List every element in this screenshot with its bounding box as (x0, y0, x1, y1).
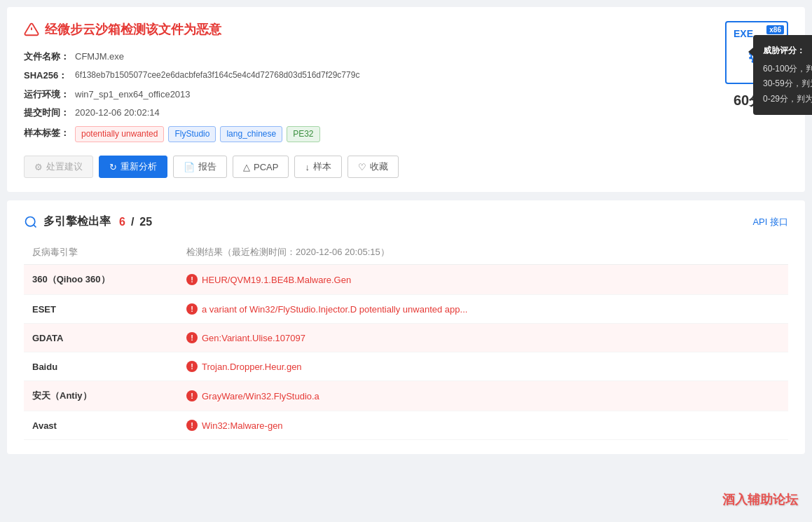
detect-error-icon: ! (186, 303, 198, 315)
engine-table-body: 360（Qihoo 360）!HEUR/QVM19.1.BE4B.Malware… (24, 265, 788, 440)
time-label: 提交时间： (24, 104, 75, 123)
pcap-label: PCAP (254, 162, 278, 172)
header-card: 经微步云沙箱检测该文件为恶意 文件名称： CFMJM.exe SHA256： 6… (7, 7, 805, 192)
engine-table: 反病毒引擎 检测结果（最近检测时间：2020-12-06 20:05:15） 3… (24, 240, 788, 440)
engine-name: ESET (24, 295, 178, 324)
col-engine: 反病毒引擎 (24, 240, 178, 265)
malicious-title: 经微步云沙箱检测该文件为恶意 (24, 21, 725, 38)
detect-result-cell: !HEUR/QVM19.1.BE4B.Malware.Gen (178, 265, 788, 295)
engine-name: GDATA (24, 324, 178, 352)
detect-text: Trojan.Dropper.Heur.gen (202, 362, 302, 372)
exe-label: EXE (734, 28, 753, 39)
detect-result-cell: !Gen:Variant.Ulise.107097 (178, 324, 788, 352)
detect-text: Gen:Variant.Ulise.107097 (202, 333, 305, 343)
multi-engine-icon (24, 215, 38, 229)
sample-icon: ↓ (305, 162, 310, 172)
engine-score-total: 25 (139, 216, 152, 228)
tag-potentially-unwanted[interactable]: potentially unwanted (75, 126, 164, 142)
env-value: win7_sp1_enx64_office2013 (75, 85, 365, 104)
col-result: 检测结果（最近检测时间：2020-12-06 20:05:15） (178, 240, 788, 265)
env-label: 运行环境： (24, 85, 75, 104)
sha-label: SHA256： (24, 67, 75, 85)
reanalyze-icon: ↻ (109, 162, 117, 172)
multi-engine-card: 多引擎检出率 6 / 25 API 接口 反病毒引擎 检测结果（最近检测时间：2… (7, 200, 805, 454)
detect-error-icon: ! (186, 420, 198, 431)
tag-lang-chinese[interactable]: lang_chinese (220, 126, 282, 142)
section-title: 多引擎检出率 6 / 25 (24, 214, 152, 229)
detect-error-icon: ! (186, 390, 198, 401)
api-link[interactable]: API 接口 (752, 216, 788, 228)
report-label: 报告 (198, 160, 216, 173)
tags-row: potentially unwanted FlyStudio lang_chin… (75, 126, 359, 142)
tag-pe32[interactable]: PE32 (287, 126, 319, 142)
table-row: 360（Qihoo 360）!HEUR/QVM19.1.BE4B.Malware… (24, 265, 788, 295)
tooltip-title: 威胁评分： (763, 43, 812, 59)
detect-result: !Win32:Malware-gen (186, 420, 780, 431)
detect-text: a variant of Win32/FlyStudio.Injector.D … (202, 304, 467, 315)
collect-label: 收藏 (370, 160, 388, 173)
detect-error-icon: ! (186, 332, 198, 343)
btn-sample[interactable]: ↓ 样本 (294, 156, 342, 178)
engine-table-head: 反病毒引擎 检测结果（最近检测时间：2020-12-06 20:05:15） (24, 240, 788, 265)
tooltip-line-1: 60-100分，判为恶意 (763, 62, 812, 77)
table-row: Avast!Win32:Malware-gen (24, 411, 788, 440)
reanalyze-label: 重新分析 (121, 160, 157, 173)
svg-line-3 (34, 225, 36, 228)
warning-icon (24, 22, 39, 37)
table-row: 安天（Antiy）!GrayWare/Win32.FlyStudio.a (24, 381, 788, 411)
btn-collect[interactable]: ♡ 收藏 (347, 156, 399, 178)
tag-label: 样本标签： (24, 123, 75, 144)
detect-result-cell: !Win32:Malware-gen (178, 411, 788, 440)
svg-point-2 (26, 217, 35, 226)
sha-value: 6f138eb7b1505077cee2e6dacbfefa3f164c5e4c… (75, 67, 365, 85)
table-row: ESET!a variant of Win32/FlyStudio.Inject… (24, 295, 788, 324)
detect-result: !Trojan.Dropper.Heur.gen (186, 361, 780, 372)
engine-name: 360（Qihoo 360） (24, 265, 178, 295)
time-value: 2020-12-06 20:02:14 (75, 104, 365, 123)
table-row: Baidu!Trojan.Dropper.Heur.gen (24, 352, 788, 381)
detect-result: !HEUR/QVM19.1.BE4B.Malware.Gen (186, 274, 780, 285)
score-tooltip: 威胁评分： 60-100分，判为恶意 30-59分，判为可疑 0-29分，判为正… (753, 35, 812, 115)
process-icon: ⚙ (34, 162, 43, 172)
detect-text: Win32:Malware-gen (202, 420, 283, 431)
table-row: GDATA!Gen:Variant.Ulise.107097 (24, 324, 788, 352)
detect-text: GrayWare/Win32.FlyStudio.a (202, 391, 319, 401)
detect-result: !Gen:Variant.Ulise.107097 (186, 332, 780, 343)
tags-cell: potentially unwanted FlyStudio lang_chin… (75, 123, 365, 144)
engine-score-sep: / (131, 216, 134, 228)
sample-label: 样本 (313, 160, 331, 173)
engine-name: Avast (24, 411, 178, 440)
engine-name: Baidu (24, 352, 178, 381)
engine-score-current: 6 (119, 216, 125, 228)
tag-flystudio[interactable]: FlyStudio (168, 126, 216, 142)
pcap-icon: △ (243, 162, 250, 172)
btn-reanalyze[interactable]: ↻ 重新分析 (99, 156, 167, 178)
tooltip-line-2: 30-59分，判为可疑 (763, 76, 812, 92)
section-header: 多引擎检出率 6 / 25 API 接口 (24, 214, 788, 229)
report-icon: 📄 (184, 162, 195, 172)
tooltip-line-3: 0-29分，判为正常 (763, 92, 812, 107)
collect-icon: ♡ (358, 162, 366, 172)
header-left: 经微步云沙箱检测该文件为恶意 文件名称： CFMJM.exe SHA256： 6… (24, 21, 725, 178)
detect-result-cell: !a variant of Win32/FlyStudio.Injector.D… (178, 295, 788, 324)
actions-row: ⚙ 处置建议 ↻ 重新分析 📄 报告 △ PCAP ↓ 样本 (24, 156, 725, 178)
process-label: 处置建议 (46, 160, 83, 173)
btn-report[interactable]: 📄 报告 (173, 156, 227, 178)
file-name: CFMJM.exe (75, 48, 365, 67)
detect-result: !a variant of Win32/FlyStudio.Injector.D… (186, 303, 780, 315)
meta-table: 文件名称： CFMJM.exe SHA256： 6f138eb7b1505077… (24, 48, 365, 144)
detect-text: HEUR/QVM19.1.BE4B.Malware.Gen (202, 275, 351, 285)
btn-pcap[interactable]: △ PCAP (233, 156, 289, 178)
detect-error-icon: ! (186, 274, 198, 285)
detect-result-cell: !Trojan.Dropper.Heur.gen (178, 352, 788, 381)
file-label: 文件名称： (24, 48, 75, 67)
detect-result: !GrayWare/Win32.FlyStudio.a (186, 390, 780, 401)
detect-error-icon: ! (186, 361, 198, 372)
btn-process[interactable]: ⚙ 处置建议 (24, 156, 93, 178)
engine-name: 安天（Antiy） (24, 381, 178, 411)
header-right: x86 EXE ⚙ 60分 ? 威胁评分： 60-100分，判为恶意 30-59… (725, 21, 788, 110)
detect-result-cell: !GrayWare/Win32.FlyStudio.a (178, 381, 788, 411)
malicious-title-text: 经微步云沙箱检测该文件为恶意 (45, 21, 221, 38)
exe-arch-badge: x86 (766, 25, 784, 34)
section-title-text: 多引擎检出率 (43, 214, 111, 229)
